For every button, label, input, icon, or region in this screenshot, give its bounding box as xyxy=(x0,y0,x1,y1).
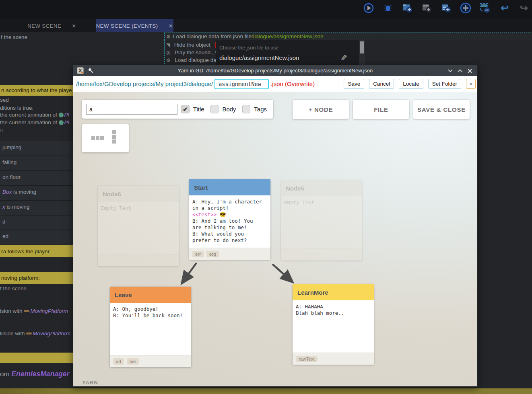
node-title: LearnMore xyxy=(293,284,374,300)
tab-close-icon[interactable]: ✕ xyxy=(169,23,173,29)
save-button[interactable]: Save xyxy=(344,79,364,89)
yarn-node-learnmore[interactable]: LearnMore A: HAHAHA Blah blah more.. raw… xyxy=(293,284,374,365)
comment-row-strip xyxy=(0,388,532,394)
redo-icon[interactable]: ↪ xyxy=(518,2,530,14)
tab-new-scene-events[interactable]: NEW SCENE (EVENTS) ✕ xyxy=(96,19,173,32)
yarn-canvas[interactable]: ✔ Title Body Tags + NODE FILE SAVE & CLO… xyxy=(73,92,477,386)
deselect-icon[interactable] xyxy=(479,2,491,14)
node-footer: rawText xyxy=(293,353,374,365)
debug-icon[interactable] xyxy=(382,2,394,14)
event-cell[interactable]: d xyxy=(0,215,73,230)
comment-row[interactable]: n according to what the playe xyxy=(0,85,73,96)
node-body: Empty Text xyxy=(98,202,179,254)
comment-row[interactable]: ra follows the player. xyxy=(0,245,73,257)
node-tag[interactable]: ber xyxy=(127,358,139,365)
event-cell[interactable]: ed xyxy=(0,230,73,244)
comment-row[interactable]: noving platform: xyxy=(0,272,73,284)
event-text-fragment: sed xyxy=(0,97,73,103)
tab-close-icon[interactable]: ✕ xyxy=(72,23,76,29)
event-cell[interactable]: x is moving xyxy=(0,200,73,215)
collision-row[interactable]: ision with MovingPlatform xyxy=(0,308,73,314)
yarn-node-leave[interactable]: Leave A: Oh, goodbye! B: You'll be back … xyxy=(110,287,191,367)
checkbox-body-label: Body xyxy=(222,106,236,113)
event-action-text: Load dialogue data from json file xyxy=(173,33,252,39)
collision-row[interactable]: llision with MovingPlatform xyxy=(0,330,73,337)
node-tag[interactable]: err xyxy=(192,251,204,257)
emoji-sunglasses: 😎 xyxy=(217,211,226,218)
minimize-icon[interactable] xyxy=(446,67,455,75)
node-footer: ad ber xyxy=(110,355,191,367)
node-body: A: Hey, I'm a character in a script! <<t… xyxy=(189,195,270,248)
comment-row[interactable] xyxy=(0,353,73,363)
locate-button[interactable]: Locate xyxy=(399,79,423,89)
event-row-selected[interactable]: ⚙ Load dialogue data from json file dial… xyxy=(164,33,531,40)
event-text-fragment: ditions is true: xyxy=(0,105,73,111)
edit-brush-icon[interactable]: ✎ xyxy=(340,53,347,63)
more-button[interactable]: > xyxy=(466,79,476,89)
tab-label: NEW SCENE xyxy=(27,23,61,29)
node-body: A: Oh, goodbye! B: You'll be back soon! xyxy=(110,303,191,355)
event-cell[interactable]: Box is moving xyxy=(0,185,73,200)
add-scene-icon[interactable] xyxy=(402,2,413,14)
minimap[interactable] xyxy=(82,124,129,152)
node-body: A: HAHAHA Blah blah more.. xyxy=(293,300,374,353)
object-badge-icon xyxy=(59,113,64,117)
search-card: ✔ Title Body Tags xyxy=(82,100,273,119)
event-cell[interactable]: on floor xyxy=(0,170,73,185)
maximize-icon[interactable] xyxy=(456,67,464,75)
event-cell[interactable]: jumping xyxy=(0,141,73,156)
event-json-link[interactable]: dialogue/assignmentNew.json xyxy=(252,33,324,39)
undo-icon[interactable]: ↩ xyxy=(499,2,510,14)
events-left-column: n according to what the playe sed dition… xyxy=(0,32,73,394)
event-text-fragment: f the scene xyxy=(0,285,73,291)
close-icon[interactable] xyxy=(465,67,474,75)
checkbox-tags[interactable] xyxy=(242,105,251,113)
add-node-button[interactable]: + NODE xyxy=(293,100,349,119)
yarn-node-start[interactable]: Start A: Hey, I'm a character in a scrip… xyxy=(189,179,270,260)
popup-value[interactable]: dialogue/assignmentNew.json xyxy=(219,54,299,61)
node-title: Leave xyxy=(110,287,191,303)
event-cell[interactable]: falling xyxy=(0,156,73,170)
play-icon[interactable] xyxy=(363,2,374,14)
node-title: Node5 xyxy=(281,180,362,196)
file-path-row: /home/fox/GDevelop projects/My project3/… xyxy=(73,76,477,92)
scrollbar-thumb[interactable] xyxy=(360,41,364,53)
sound-icon: ◎ xyxy=(166,50,170,55)
path-suffix: .json (Overwrite) xyxy=(270,80,315,87)
tab-label: NEW SCENE (EVENTS) xyxy=(96,23,158,29)
set-folder-button[interactable]: Set Folder xyxy=(428,79,461,89)
path-prefix: /home/fox/GDevelop projects/My project3/… xyxy=(76,80,213,87)
node-title: Start xyxy=(189,179,270,195)
yarn-node-node5[interactable]: Node5 Empty Text xyxy=(281,180,362,261)
dialog-title: Yarn in GD: /home/fox/GDevelop projects/… xyxy=(73,68,477,74)
filename-input[interactable] xyxy=(214,79,269,89)
main-toolbar: ↩ ↪ xyxy=(0,0,532,19)
node-body: Empty Text xyxy=(281,196,362,248)
checkbox-tags-label: Tags xyxy=(254,106,267,113)
event-text-fragment: n xyxy=(0,127,73,133)
platform-icon xyxy=(26,332,32,334)
app-icon: X xyxy=(77,67,84,74)
node-footer xyxy=(98,254,179,266)
add-extension-icon[interactable] xyxy=(460,2,471,14)
condition-row[interactable]: the current animation of Pl xyxy=(0,119,73,125)
node-tag[interactable]: rawText xyxy=(296,356,318,362)
search-input[interactable] xyxy=(86,104,177,115)
yarn-node-node6[interactable]: Node6 Empty Text xyxy=(98,186,179,266)
yarn-dialog: Yarn in GD: /home/fox/GDevelop projects/… xyxy=(73,65,478,387)
file-button[interactable]: FILE xyxy=(353,100,409,119)
cancel-button[interactable]: Cancel xyxy=(369,79,394,89)
save-close-button[interactable]: SAVE & CLOSE xyxy=(413,100,470,119)
add-external-events-icon[interactable] xyxy=(440,2,452,14)
add-external-layout-icon[interactable] xyxy=(421,2,432,14)
dialog-title-bar[interactable]: Yarn in GD: /home/fox/GDevelop projects/… xyxy=(73,65,477,76)
checkbox-body[interactable] xyxy=(210,105,219,113)
checkbox-title[interactable]: ✔ xyxy=(181,105,190,113)
tab-new-scene[interactable]: NEW SCENE ✕ xyxy=(8,19,96,32)
event-big-row[interactable]: om EnemiesManager xyxy=(0,370,73,378)
node-tag[interactable]: erg xyxy=(206,251,219,257)
pin-icon[interactable] xyxy=(88,68,94,75)
tab-bar: NEW SCENE ✕ NEW SCENE (EVENTS) ✕ xyxy=(0,19,532,32)
condition-row[interactable]: the current animation of Pl xyxy=(0,112,73,118)
node-tag[interactable]: ad xyxy=(113,358,124,365)
